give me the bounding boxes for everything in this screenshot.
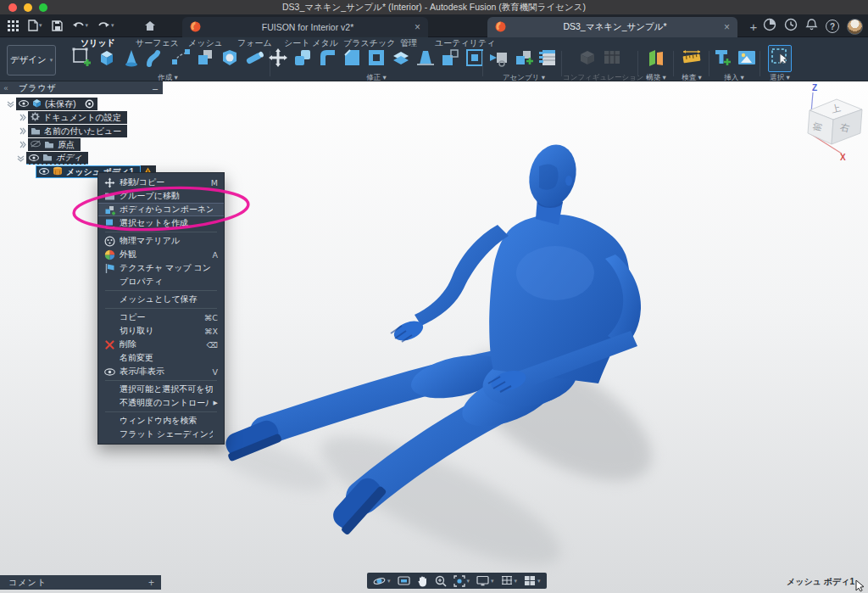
menu-item-flat-shading[interactable]: フラット シェーディング	[98, 428, 224, 441]
menu-item-rename[interactable]: 名前変更	[98, 351, 224, 365]
browser-header: « ブラウザ –	[0, 81, 163, 94]
menu-item-copy[interactable]: コピー⌘C	[98, 310, 224, 324]
folder-icon	[44, 140, 54, 150]
expand-arrow-icon[interactable]	[17, 127, 28, 135]
gear-icon	[31, 112, 40, 123]
texture-map-icon	[103, 263, 115, 274]
orbit-icon[interactable]: ▾	[373, 575, 391, 587]
menu-separator	[105, 308, 217, 309]
visibility-eye-icon[interactable]	[39, 167, 49, 176]
tree-row-label: (未保存)	[45, 98, 76, 110]
browser-panel: « ブラウザ – (未保存) ドキュメントの設定	[0, 81, 163, 94]
visibility-eye-icon[interactable]	[19, 99, 29, 109]
collapse-arrow-icon[interactable]	[15, 155, 26, 162]
mannequin-head	[523, 140, 582, 212]
menu-separator	[105, 380, 217, 381]
menu-item-toggle-selectable[interactable]: 選択可能と選択不可を切り替え	[98, 383, 224, 396]
new-component-icon	[103, 204, 115, 215]
menu-item-show-hide[interactable]: 表示/非表示V	[98, 365, 224, 378]
material-sphere-icon	[103, 236, 115, 247]
menu-item-create-selection-set[interactable]: 選択セットを作成	[98, 216, 224, 230]
comments-bar[interactable]: コメント +	[0, 575, 161, 590]
zoom-icon[interactable]	[435, 575, 447, 587]
tree-row-origin[interactable]: 原点	[17, 138, 81, 151]
viewports-icon[interactable]: ▾	[524, 575, 541, 586]
color-wheel-icon	[103, 249, 115, 260]
menu-item-cut[interactable]: 切り取り⌘X	[98, 324, 224, 338]
expand-arrow-icon[interactable]	[17, 114, 28, 121]
viewcube[interactable]: Z X 上 前 右	[784, 82, 868, 160]
menu-item-move-copy[interactable]: 移動/コピーM	[98, 176, 224, 189]
menu-item-appearance[interactable]: 外観A	[98, 248, 224, 261]
menu-item-create-component-from-body[interactable]: ボディからコンポーネントを作成	[98, 203, 224, 216]
comments-label: コメント	[8, 577, 47, 589]
tree-row-document-settings[interactable]: ドキュメントの設定	[17, 111, 127, 124]
tree-row-label: 原点	[58, 139, 75, 151]
visibility-off-eye-icon[interactable]	[31, 140, 41, 149]
activate-radio-icon[interactable]	[82, 98, 97, 110]
mouse-cursor	[855, 580, 865, 592]
fusion-app-window: DS3_マネキン_サンプル* (Interior) - Autodesk Fus…	[0, 0, 868, 593]
grid-display-icon[interactable]: ▾	[501, 575, 518, 586]
expand-arrow-icon[interactable]	[17, 141, 28, 148]
tree-row-bodies[interactable]: ボディ	[15, 152, 88, 165]
selection-tooltip: メッシュ ボディ1	[787, 576, 854, 588]
menu-item-delete[interactable]: 削除⌫	[98, 338, 224, 351]
menu-separator	[105, 290, 217, 291]
mesh-body-icon	[53, 166, 63, 177]
add-comment-icon[interactable]: +	[148, 577, 154, 589]
eye-icon	[103, 366, 115, 378]
menu-separator	[105, 232, 217, 232]
display-settings-icon[interactable]: ▾	[476, 575, 494, 586]
axis-x-label: X	[840, 153, 846, 160]
tree-row-label: ボディ	[56, 152, 82, 164]
menu-item-texture-map-control[interactable]: テクスチャ マップ コントロール	[98, 261, 224, 275]
move-copy-icon	[103, 177, 115, 188]
viewcube-front-label: 前	[811, 121, 823, 133]
look-at-icon[interactable]	[398, 575, 410, 586]
menu-item-opacity-control[interactable]: 不透明度のコントロール ▶	[98, 396, 224, 410]
folder-icon	[42, 153, 53, 163]
minimize-browser-icon[interactable]: –	[153, 83, 158, 93]
menu-separator	[105, 411, 217, 412]
delete-x-icon	[103, 339, 115, 350]
collapse-arrow-icon[interactable]	[5, 101, 16, 108]
tree-row-label: 名前の付いたビュー	[44, 126, 121, 137]
navigation-toolbar: ▾ ▾ ▾ ▾ ▾	[367, 573, 547, 589]
menu-item-find-in-window[interactable]: ウィンドウ内を検索	[98, 414, 224, 428]
submenu-arrow-icon: ▶	[214, 400, 218, 406]
folder-icon	[31, 126, 41, 137]
selection-set-icon	[103, 218, 115, 229]
context-menu: 移動/コピーM グループに移動 ボディからコンポーネントを作成 選択セットを作成…	[97, 172, 225, 445]
menu-item-physical-material[interactable]: 物理マテリアル	[98, 234, 224, 248]
pan-hand-icon[interactable]	[417, 575, 428, 587]
menu-item-move-to-group[interactable]: グループに移動	[98, 189, 224, 203]
menu-item-save-as-mesh[interactable]: メッシュとして保存	[98, 293, 224, 306]
visibility-eye-icon[interactable]	[29, 154, 39, 163]
browser-title: ブラウザ	[19, 82, 57, 94]
group-folder-icon	[103, 191, 115, 202]
axis-z-label: Z	[812, 83, 817, 92]
tree-row-root[interactable]: (未保存)	[5, 98, 97, 110]
menu-item-properties[interactable]: プロパティ	[98, 275, 224, 288]
tree-row-label: ドキュメントの設定	[43, 112, 121, 124]
document-cube-icon	[32, 98, 42, 109]
tree-row-named-views[interactable]: 名前の付いたビュー	[17, 125, 127, 137]
fit-view-icon[interactable]: ▾	[453, 575, 470, 587]
collapse-browser-icon[interactable]: «	[0, 84, 12, 92]
